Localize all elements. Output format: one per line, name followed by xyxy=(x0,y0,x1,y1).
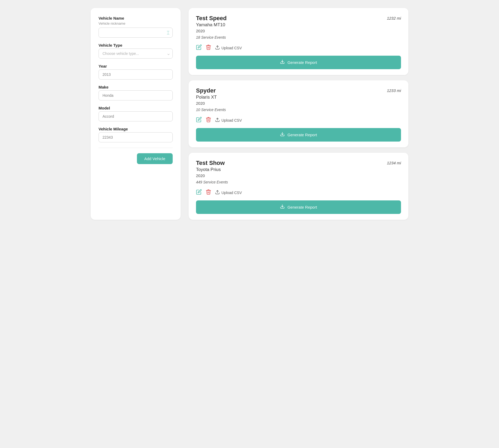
card-actions: Upload CSV xyxy=(196,189,401,196)
edit-icon xyxy=(196,189,202,196)
generate-report-button[interactable]: Generate Report xyxy=(196,200,401,214)
service-events-count: 10 Service Events xyxy=(196,108,401,112)
year-input[interactable] xyxy=(99,69,173,80)
delete-vehicle-button[interactable] xyxy=(206,117,211,124)
mileage-input[interactable] xyxy=(99,132,173,142)
model-input[interactable] xyxy=(99,111,173,121)
edit-vehicle-button[interactable] xyxy=(196,189,202,196)
vehicle-type-field: Vehicle Type Choose vehicle type... ⌵ xyxy=(99,43,173,59)
form-divider xyxy=(99,148,173,148)
make-field: Make xyxy=(99,85,173,100)
add-vehicle-button[interactable]: Add Vehicle xyxy=(137,153,173,164)
vehicle-make-model: Polaris XT xyxy=(196,95,401,100)
vehicle-make-model: Toyota Prius xyxy=(196,167,401,172)
vehicle-name-sublabel: Vehicle nickname xyxy=(99,21,173,25)
vehicle-type-label: Vehicle Type xyxy=(99,43,173,47)
vehicle-type-select-wrapper: Choose vehicle type... ⌵ xyxy=(99,49,173,59)
voice-input-icon: ⌶ xyxy=(167,30,170,35)
page-container: Vehicle Name Vehicle nickname ⌶ Vehicle … xyxy=(91,8,408,220)
vehicle-year: 2020 xyxy=(196,173,401,178)
make-label: Make xyxy=(99,85,173,89)
mileage-field: Vehicle Mileage xyxy=(99,127,173,142)
add-vehicle-form: Vehicle Name Vehicle nickname ⌶ Vehicle … xyxy=(91,8,181,220)
upload-icon xyxy=(215,190,220,196)
vehicle-name-field: Vehicle Name Vehicle nickname ⌶ xyxy=(99,16,173,38)
vehicle-make-model: Yamaha MT10 xyxy=(196,22,401,28)
edit-icon xyxy=(196,44,202,51)
delete-vehicle-button[interactable] xyxy=(206,44,211,51)
year-label: Year xyxy=(99,64,173,68)
vehicle-card: Test Speed 1232 mi Yamaha MT10 2020 18 S… xyxy=(189,8,408,75)
generate-report-button[interactable]: Generate Report xyxy=(196,56,401,69)
download-icon xyxy=(280,132,285,138)
upload-icon xyxy=(215,117,220,123)
mileage-label: Vehicle Mileage xyxy=(99,127,173,131)
vehicle-name-input[interactable] xyxy=(99,28,173,38)
upload-csv-label: Upload CSV xyxy=(221,118,242,122)
delete-vehicle-button[interactable] xyxy=(206,189,211,196)
vehicle-mileage: 1232 mi xyxy=(387,16,401,20)
vehicle-name-input-wrapper: ⌶ xyxy=(99,28,173,38)
year-field: Year xyxy=(99,64,173,80)
generate-report-label: Generate Report xyxy=(287,133,317,137)
service-events-count: 18 Service Events xyxy=(196,35,401,39)
model-field: Model xyxy=(99,106,173,121)
generate-report-button[interactable]: Generate Report xyxy=(196,128,401,142)
edit-vehicle-button[interactable] xyxy=(196,44,202,51)
card-header: Test Show 1234 mi xyxy=(196,160,401,166)
form-footer: Add Vehicle xyxy=(99,153,173,164)
vehicle-name: Test Speed xyxy=(196,15,227,22)
upload-csv-label: Upload CSV xyxy=(221,191,242,195)
trash-icon xyxy=(206,44,211,51)
vehicle-card: Spyder 1233 mi Polaris XT 2020 10 Servic… xyxy=(189,80,408,147)
edit-vehicle-button[interactable] xyxy=(196,117,202,124)
service-events-count: 449 Service Events xyxy=(196,180,401,184)
vehicle-name: Spyder xyxy=(196,87,216,94)
trash-icon xyxy=(206,189,211,196)
edit-icon xyxy=(196,117,202,124)
card-header: Spyder 1233 mi xyxy=(196,87,401,94)
upload-csv-button[interactable]: Upload CSV xyxy=(215,117,242,123)
vehicle-name: Test Show xyxy=(196,160,225,166)
make-input[interactable] xyxy=(99,90,173,100)
card-actions: Upload CSV xyxy=(196,117,401,124)
vehicle-name-label: Vehicle Name xyxy=(99,16,173,20)
upload-icon xyxy=(215,45,220,51)
card-header: Test Speed 1232 mi xyxy=(196,15,401,22)
upload-csv-button[interactable]: Upload CSV xyxy=(215,190,242,196)
card-actions: Upload CSV xyxy=(196,44,401,51)
vehicle-type-select[interactable]: Choose vehicle type... xyxy=(99,49,173,59)
trash-icon xyxy=(206,117,211,124)
vehicle-mileage: 1234 mi xyxy=(387,161,401,165)
vehicles-list: Test Speed 1232 mi Yamaha MT10 2020 18 S… xyxy=(189,8,408,220)
vehicle-year: 2020 xyxy=(196,29,401,33)
download-icon xyxy=(280,204,285,210)
vehicle-card: Test Show 1234 mi Toyota Prius 2020 449 … xyxy=(189,153,408,220)
model-label: Model xyxy=(99,106,173,110)
vehicle-mileage: 1233 mi xyxy=(387,88,401,93)
generate-report-label: Generate Report xyxy=(287,60,317,65)
download-icon xyxy=(280,59,285,65)
upload-csv-label: Upload CSV xyxy=(221,46,242,50)
vehicle-year: 2020 xyxy=(196,101,401,106)
upload-csv-button[interactable]: Upload CSV xyxy=(215,45,242,51)
generate-report-label: Generate Report xyxy=(287,205,317,209)
